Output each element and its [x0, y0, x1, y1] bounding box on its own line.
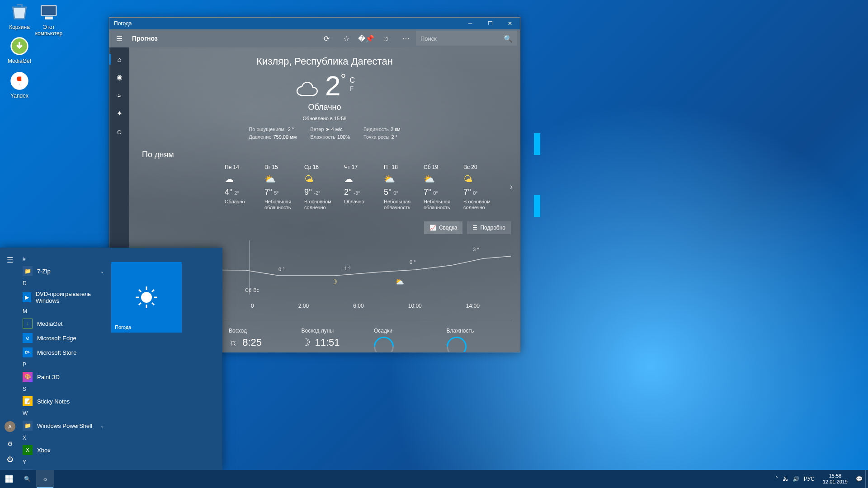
toolbar-title: Прогноз [132, 35, 158, 42]
taskbar-clock[interactable]: 15:58 12.01.2019 [819, 473, 851, 485]
list-header[interactable]: P [20, 360, 107, 370]
list-header[interactable]: # [20, 254, 107, 264]
minimize-button[interactable]: ─ [460, 18, 480, 29]
hamburger-button[interactable]: ☰ [109, 34, 129, 43]
sidebar-maps[interactable]: ◉ [109, 68, 129, 86]
taskbar-search[interactable]: 🔍 [18, 470, 36, 488]
mediaget-icon [9, 36, 29, 56]
pin-button[interactable]: �📌 [356, 29, 376, 47]
tile-label: Погода [115, 324, 131, 330]
weather-icon: ⛅ [424, 173, 463, 185]
refresh-button[interactable]: ⟳ [316, 29, 336, 47]
svg-line-12 [139, 303, 141, 305]
desktop-icon-label: MediaGet [8, 58, 31, 64]
start-menu: ☰ А ⚙ ⏻ # 📁7-Zip⌄ D ▶DVD-проигрыватель W… [0, 248, 222, 470]
tile-weather[interactable]: Погода [111, 262, 182, 333]
network-icon[interactable]: 🖧 [783, 476, 788, 482]
app-toolbar: ☰ Прогноз ⟳ ☆ �📌 ☼ ⋯ 🔍 [109, 29, 520, 47]
action-center-icon[interactable]: 💬 [856, 476, 863, 482]
wallpaper-accent [534, 133, 540, 155]
unit-fahrenheit[interactable]: F [349, 84, 355, 93]
show-desktop-button[interactable] [865, 470, 868, 488]
power-button[interactable]: ⏻ [7, 455, 13, 463]
desktop-icon-this-pc[interactable]: Этот компьютер [32, 2, 66, 37]
daily-day[interactable]: Сб 19 ⛅ 7°0° Небольшая облачность [424, 164, 463, 211]
list-header[interactable]: D [20, 278, 107, 288]
search-input[interactable] [420, 35, 504, 42]
more-button[interactable]: ⋯ [396, 29, 416, 47]
chevron-down-icon: ⌄ [100, 423, 104, 428]
daily-day[interactable]: Вт 15 ⛅ 7°5° Небольшая облачность [264, 164, 304, 211]
tray-expand-icon[interactable]: ˄ [775, 476, 778, 482]
desktop-icon-label: Yandex [10, 93, 28, 99]
list-header[interactable]: Y [20, 457, 107, 467]
app-paint3d[interactable]: 🎨Paint 3D [20, 370, 107, 384]
sunrise-value: 8:25 [242, 337, 262, 348]
start-app-list[interactable]: # 📁7-Zip⌄ D ▶DVD-проигрыватель Windows M… [20, 248, 107, 470]
desktop-icon-yandex[interactable]: Yandex [2, 71, 37, 99]
updated-time: Обновлено в 15:58 [138, 116, 511, 121]
daily-day[interactable]: Пт 18 ⛅ 5°0° Небольшая облачность [384, 164, 424, 211]
volume-icon[interactable]: 🔊 [793, 476, 799, 482]
moon-icon: ☽ [331, 277, 337, 286]
maximize-button[interactable]: ☐ [480, 18, 500, 29]
settings-button[interactable]: ⚙ [7, 440, 13, 447]
list-header[interactable]: M [20, 306, 107, 316]
bottom-cards: Восход ☼8:25 Восход луны ☽11:51 Осадки В… [229, 328, 511, 352]
start-button[interactable] [0, 470, 18, 488]
app-dvd-player[interactable]: ▶DVD-проигрыватель Windows [20, 288, 107, 306]
sidebar-forecast[interactable]: ⌂ [109, 50, 129, 68]
recycle-bin-icon [9, 2, 29, 22]
close-button[interactable]: ✕ [500, 18, 520, 29]
svg-line-10 [139, 290, 141, 292]
svg-rect-0 [42, 5, 57, 15]
user-account-button[interactable]: А [5, 421, 15, 432]
sidebar-news[interactable]: ☺ [109, 122, 129, 141]
desktop-icon-mediaget[interactable]: MediaGet [2, 36, 37, 64]
svg-rect-14 [5, 475, 9, 479]
favorite-button[interactable]: ☆ [336, 29, 356, 47]
search-icon[interactable]: 🔍 [504, 34, 513, 43]
search-box[interactable]: 🔍 [416, 31, 517, 46]
sidebar-history[interactable]: ≈ [109, 86, 129, 104]
list-header[interactable]: W [20, 408, 107, 418]
sidebar-favorites[interactable]: ✦ [109, 104, 129, 122]
summary-button[interactable]: 📈 Сводка [424, 221, 463, 234]
app-7zip[interactable]: 📁7-Zip⌄ [20, 264, 107, 278]
daily-day[interactable]: Пн 14 ☁ 4°2° Облачно [225, 164, 264, 211]
start-expand-button[interactable]: ☰ [0, 248, 20, 264]
list-header[interactable]: X [20, 433, 107, 443]
daily-day[interactable]: Чт 17 ☁ 2°-3° Облачно [344, 164, 384, 211]
taskbar-weather-app[interactable]: ☼ [36, 470, 54, 488]
app-mediaget[interactable]: ↓MediaGet [20, 316, 107, 331]
app-store[interactable]: 🛍Microsoft Store [20, 345, 107, 360]
precip-label: Осадки [374, 328, 439, 334]
desktop-icon-label: Этот компьютер [35, 24, 63, 37]
weather-icon: ⛅ [384, 173, 424, 185]
app-sticky-notes[interactable]: 📝Sticky Notes [20, 394, 107, 408]
theme-button[interactable]: ☼ [376, 29, 396, 47]
app-powershell[interactable]: 📁Windows PowerShell⌄ [20, 418, 107, 433]
daily-next-arrow[interactable]: › [510, 182, 513, 192]
svg-line-13 [152, 290, 154, 292]
sunrise-label: Восход [229, 328, 293, 334]
yandex-icon [9, 71, 29, 91]
weather-icon: 🌤 [463, 173, 503, 185]
window-titlebar[interactable]: Погода ─ ☐ ✕ [109, 18, 520, 29]
detail-button[interactable]: ☰ Подробно [467, 221, 511, 234]
language-indicator[interactable]: РУС [804, 476, 815, 482]
desktop-icon-label: Корзина [9, 24, 30, 30]
app-edge[interactable]: eMicrosoft Edge [20, 331, 107, 345]
daily-day[interactable]: Ср 16 🌤 9°-2° В основном солнечно [304, 164, 344, 211]
app-xbox[interactable]: XXbox [20, 443, 107, 457]
daily-day[interactable]: Вс 20 🌤 7°0° В основном солнечно [463, 164, 503, 211]
svg-rect-1 [46, 17, 52, 19]
clock-time: 15:58 [823, 473, 848, 479]
window-title: Погода [114, 20, 132, 27]
humidity-gauge [442, 333, 470, 352]
list-header[interactable]: S [20, 384, 107, 394]
unit-celsius[interactable]: C [349, 76, 355, 84]
humidity-label: Влажность [447, 328, 511, 334]
weather-stats: По ощущениям-2 ° Давление759,00 мм Ветер… [138, 126, 511, 141]
weather-icon: 🌤 [304, 173, 344, 185]
